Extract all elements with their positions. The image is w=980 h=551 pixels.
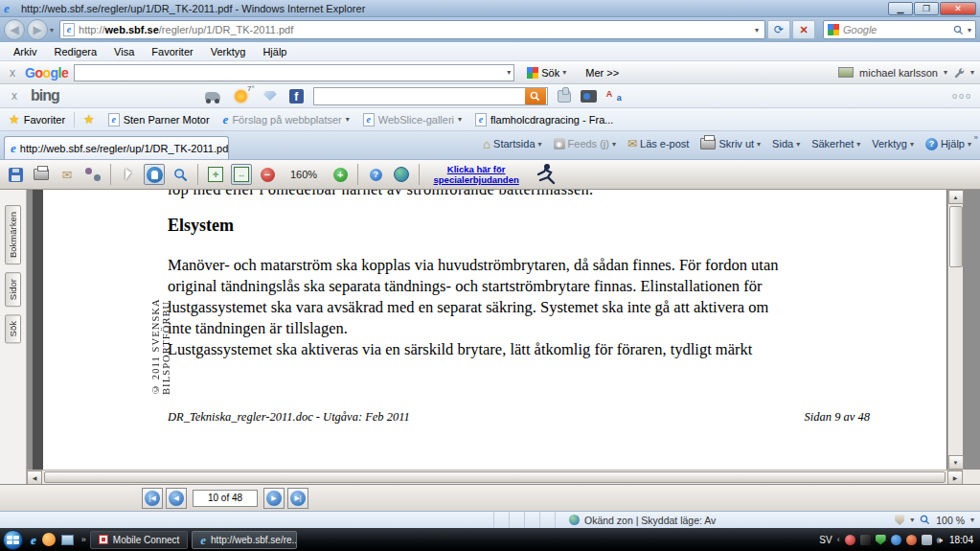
sida-button[interactable]: Sida▾ <box>767 136 805 151</box>
forward-button[interactable]: ▶ <box>27 19 48 40</box>
command-overflow-chevron[interactable]: » <box>974 133 978 142</box>
close-button[interactable]: ✕ <box>940 2 976 15</box>
restore-button[interactable]: ❐ <box>914 2 939 15</box>
feeds-button[interactable]: ◉ Feeds (j)▾ <box>549 136 621 151</box>
start-button[interactable] <box>3 530 23 550</box>
previous-page-button[interactable]: ◀ <box>166 488 187 509</box>
tray-icon-pen[interactable] <box>860 535 871 545</box>
wrench-settings-icon[interactable] <box>953 67 965 79</box>
google-search-input[interactable]: ▾ <box>74 64 514 81</box>
startsida-button[interactable]: ⌂ Startsida▾ <box>478 136 546 152</box>
vertical-scroll-thumb[interactable] <box>949 206 963 267</box>
sidebar-tab-sok[interactable]: Sök <box>5 314 21 343</box>
print-button[interactable] <box>31 164 52 185</box>
las-epost-button[interactable]: ✉ Läs e-post <box>623 136 694 151</box>
next-page-button[interactable]: ▶ <box>263 488 285 509</box>
pdf-help-button[interactable]: ? <box>365 164 386 185</box>
menu-favoriter[interactable]: Favoriter <box>144 44 200 59</box>
hand-tool-button[interactable] <box>144 164 165 185</box>
menu-arkiv[interactable]: Arkiv <box>6 44 44 59</box>
menu-redigera[interactable]: Redigera <box>46 44 104 59</box>
quick-launch-ie-icon[interactable]: e <box>31 534 36 546</box>
address-dropdown-icon[interactable]: ▾ <box>752 26 762 34</box>
history-dropdown[interactable]: ▾ <box>50 26 54 34</box>
tray-icon-antivirus-shield[interactable] <box>876 535 886 545</box>
fit-page-button[interactable]: ✛ <box>205 164 226 185</box>
search-box[interactable]: Google ▾ <box>823 20 976 39</box>
tray-icon-update[interactable] <box>906 535 917 545</box>
protection-shield-icon[interactable] <box>895 515 904 525</box>
sidebar-tab-bokmarken[interactable]: Bokmärken <box>5 205 21 264</box>
scroll-up-button[interactable]: ▲ <box>948 190 964 204</box>
gem-icon[interactable] <box>261 88 280 103</box>
zoom-level[interactable]: 160% <box>283 169 325 180</box>
verktyg-button[interactable]: Verktyg▾ <box>867 136 919 151</box>
search-magnifier-icon[interactable] <box>953 25 964 35</box>
skriv-ut-button[interactable]: Skriv ut▾ <box>695 136 765 151</box>
zoom-in-button[interactable]: + <box>330 164 351 185</box>
minimize-button[interactable]: ▁ <box>888 2 913 15</box>
bing-toolbar-close-button[interactable]: x <box>8 89 21 103</box>
scroll-down-button[interactable]: ▼ <box>948 455 964 470</box>
settings-dropdown-icon[interactable]: ▾ <box>970 68 974 77</box>
address-bar[interactable]: e http://web.sbf.se/regler/up/1/DR_TK-20… <box>59 20 765 39</box>
language-indicator[interactable]: SV <box>819 535 832 545</box>
quick-launch-media-icon[interactable] <box>42 533 56 546</box>
account-dropdown-icon[interactable]: ▾ <box>944 68 947 77</box>
fit-width-button[interactable]: ↔ <box>231 164 252 185</box>
menu-verktyg[interactable]: Verktyg <box>203 44 254 59</box>
like-thumb-icon[interactable] <box>558 90 571 103</box>
save-button[interactable] <box>5 164 26 185</box>
task-mobile-connect[interactable]: Mobile Connect <box>90 531 188 549</box>
zoom-dropdown-icon[interactable]: ▾ <box>970 516 974 524</box>
bing-search-button[interactable] <box>525 88 546 104</box>
vertical-scrollbar[interactable]: ▲ ▼ <box>947 190 963 470</box>
select-tool-button[interactable] <box>118 164 139 185</box>
clock[interactable]: 18:04 <box>947 535 973 545</box>
quick-launch-desktop-icon[interactable] <box>61 535 74 545</box>
horizontal-scrollbar[interactable]: ◀ ▶ <box>27 470 963 484</box>
back-button[interactable]: ◀ <box>4 19 25 40</box>
promo-link[interactable]: Klicka här för specialerbjudanden <box>426 164 526 186</box>
google-mer-button[interactable]: Mer >> <box>579 65 626 80</box>
favorites-button[interactable]: ★ Favoriter <box>4 110 70 128</box>
last-page-button[interactable]: ▶| <box>287 488 308 509</box>
collaborate-button[interactable] <box>82 164 103 185</box>
favorite-webslice-galleri[interactable]: e WebSlice-galleri ▾ <box>358 111 467 128</box>
favorite-flamholcdragracing[interactable]: e flamholcdragracing - Fra... <box>470 111 618 128</box>
add-to-favorites-button[interactable]: ★ <box>79 110 100 128</box>
zoom-out-button[interactable]: − <box>257 164 278 185</box>
tray-icon-help[interactable] <box>891 535 901 545</box>
weather-sun-icon[interactable]: 7° <box>232 88 251 103</box>
refresh-button[interactable]: ⟳ <box>767 20 790 39</box>
first-page-button[interactable]: |◀ <box>142 488 163 509</box>
tray-expand-chevron[interactable]: ‹ <box>837 535 840 544</box>
tray-icon-red[interactable] <box>845 535 855 545</box>
bing-search-input[interactable] <box>313 87 548 105</box>
stop-button[interactable]: ✕ <box>792 20 815 39</box>
active-tab[interactable]: e http://web.sbf.se/regler/up/1/DR_TK-20… <box>4 136 229 159</box>
page-zoom-level[interactable]: 100 % <box>936 515 965 526</box>
favorite-forslag-webbplatser[interactable]: e Förslag på webbplatser ▾ <box>218 111 354 127</box>
task-ie-sbf[interactable]: e http://web.sbf.se/re... <box>192 531 297 549</box>
zoom-tool-button[interactable] <box>170 164 191 185</box>
favorite-sten-parner-motor[interactable]: e Sten Parner Motor <box>103 111 215 128</box>
video-film-icon[interactable] <box>581 90 597 103</box>
menu-visa[interactable]: Visa <box>106 44 142 59</box>
tray-icon-network[interactable] <box>922 535 932 545</box>
horizontal-scroll-thumb[interactable] <box>44 471 946 483</box>
scroll-right-button[interactable]: ▶ <box>947 471 963 485</box>
taskbar-overflow-chevron[interactable]: » <box>81 535 86 544</box>
facebook-icon[interactable]: f <box>289 89 304 103</box>
google-account-name[interactable]: michael karlsson <box>859 67 938 79</box>
hjalp-button[interactable]: ? Hjälp▾ <box>921 136 976 152</box>
acrobat-online-button[interactable] <box>391 164 412 185</box>
google-toolbar-close-button[interactable]: x <box>6 66 19 80</box>
sakerhet-button[interactable]: Säkerhet▾ <box>807 136 865 151</box>
google-sok-button[interactable]: Sök ▾ <box>520 65 573 80</box>
bing-overflow-dots[interactable]: ooo <box>952 91 972 101</box>
email-button[interactable]: ✉ <box>57 164 78 185</box>
page-number-field[interactable] <box>193 490 258 507</box>
search-options-dropdown[interactable]: ▾ <box>968 26 971 34</box>
sidebar-tab-sidor[interactable]: Sidor <box>5 272 21 307</box>
